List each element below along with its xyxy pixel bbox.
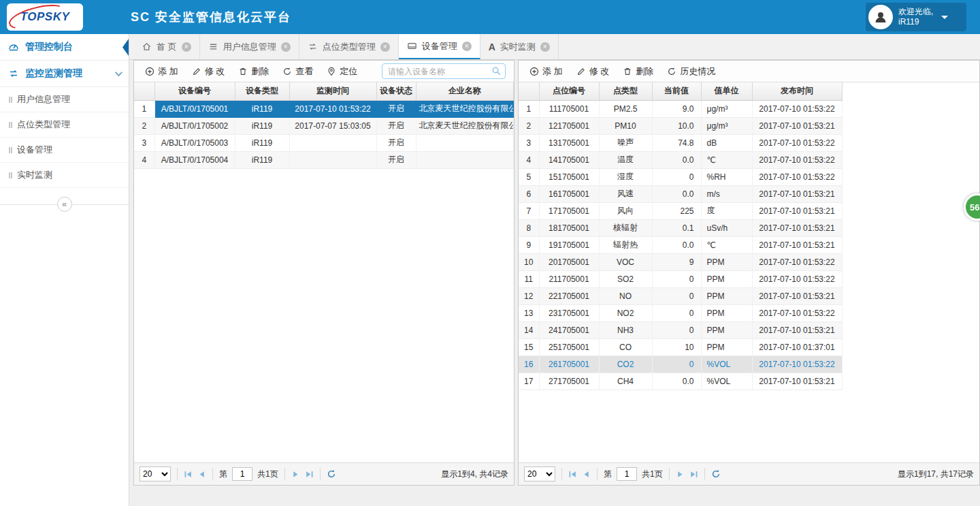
column-header[interactable]: 点位编号 bbox=[539, 82, 599, 100]
column-header[interactable]: 企业名称 bbox=[416, 82, 514, 100]
table-cell: 141705001 bbox=[539, 151, 599, 168]
table-cell: 2017-07-10 01:53:21 bbox=[752, 373, 842, 390]
column-header[interactable]: 发布时间 bbox=[752, 82, 842, 100]
sidebar-item-monitor-mgmt[interactable]: 监控监测管理 bbox=[0, 61, 129, 87]
table-row[interactable]: 11211705001SO20PPM2017-07-10 01:53:22 bbox=[519, 270, 842, 287]
page-input[interactable] bbox=[617, 467, 637, 481]
sidebar-item-dashboard[interactable]: 管理控制台 bbox=[0, 34, 129, 61]
table-row[interactable]: 4A/BJLT/0/1705004iR119开启 bbox=[134, 151, 514, 168]
table-row[interactable]: 2A/BJLT/0/1705002iR1192017-07-07 15:03:0… bbox=[134, 117, 514, 134]
first-page-button[interactable] bbox=[184, 470, 193, 479]
column-header[interactable]: 设备类型 bbox=[235, 82, 289, 100]
edit-button[interactable]: 修 改 bbox=[570, 61, 617, 82]
add-button[interactable]: 添 加 bbox=[523, 61, 570, 82]
sidebar-item-realtime[interactable]: 实时监测 bbox=[0, 163, 129, 188]
close-icon[interactable]: × bbox=[462, 42, 472, 51]
view-button[interactable]: 查看 bbox=[276, 61, 320, 82]
table-row[interactable]: 1A/BJLT/0/1705001iR1192017-07-10 01:53:2… bbox=[134, 100, 514, 117]
table-row[interactable]: 9191705001辐射热0.0℃2017-07-10 01:53:21 bbox=[519, 236, 842, 253]
page-size-select[interactable]: 20 bbox=[140, 467, 171, 481]
prev-page-button[interactable] bbox=[582, 470, 591, 479]
person-icon bbox=[873, 10, 888, 25]
first-page-button[interactable] bbox=[568, 470, 577, 479]
close-icon[interactable]: × bbox=[380, 42, 390, 52]
edit-button[interactable]: 修 改 bbox=[185, 61, 232, 82]
table-cell: NO2 bbox=[599, 304, 652, 321]
refresh-button[interactable] bbox=[327, 469, 336, 479]
delete-button[interactable]: 删除 bbox=[231, 61, 276, 82]
device-icon bbox=[407, 41, 417, 51]
locate-button[interactable]: 定位 bbox=[320, 61, 364, 82]
table-cell: CO bbox=[599, 338, 652, 355]
table-row[interactable]: 4141705001温度0.0℃2017-07-10 01:53:22 bbox=[519, 151, 842, 168]
page-size-select[interactable]: 20 bbox=[524, 467, 555, 481]
page-input[interactable] bbox=[232, 467, 252, 481]
table-cell: PPM bbox=[701, 253, 752, 270]
list-icon bbox=[208, 42, 218, 52]
column-header[interactable]: 值单位 bbox=[701, 82, 752, 100]
column-header[interactable]: 当前值 bbox=[652, 82, 701, 100]
column-header[interactable]: 点类型 bbox=[599, 82, 652, 100]
divider bbox=[597, 468, 598, 480]
table-row[interactable]: 1111705001PM2.59.0μg/m³2017-07-10 01:53:… bbox=[519, 100, 842, 117]
close-icon[interactable]: × bbox=[182, 42, 191, 52]
table-row[interactable]: 3131705001噪声74.8dB2017-07-10 01:53:22 bbox=[519, 134, 842, 151]
tab-home[interactable]: 首 页 × bbox=[133, 34, 200, 59]
last-page-button[interactable] bbox=[305, 470, 314, 479]
table-cell: 2017-07-10 01:53:22 bbox=[752, 304, 842, 321]
table-row[interactable]: 14241705001NH30PPM2017-07-10 01:53:21 bbox=[519, 321, 842, 338]
next-page-button[interactable] bbox=[676, 470, 685, 479]
table-cell: 湿度 bbox=[599, 168, 652, 185]
user-menu[interactable]: 欢迎光临, iR119 bbox=[866, 3, 966, 31]
search-input[interactable] bbox=[382, 63, 506, 79]
close-icon[interactable]: × bbox=[540, 42, 550, 52]
table-row[interactable]: 17271705001CH40.0%VOL2017-07-10 01:53:21 bbox=[519, 373, 842, 390]
table-cell: 2017-07-10 01:37:01 bbox=[752, 338, 842, 355]
sidebar-collapse-button[interactable]: « bbox=[57, 197, 72, 212]
sidebar-item-device-mgmt[interactable]: 设备管理 bbox=[0, 138, 129, 163]
table-row[interactable]: 16261705001CO20%VOL2017-07-10 01:53:22 bbox=[519, 355, 842, 373]
delete-button[interactable]: 删除 bbox=[616, 61, 660, 82]
row-number: 11 bbox=[519, 270, 539, 287]
plus-circle-icon bbox=[145, 67, 154, 76]
sidebar-item-user-info[interactable]: 用户信息管理 bbox=[0, 87, 129, 112]
table-row[interactable]: 10201705001VOC9PPM2017-07-10 01:53:22 bbox=[519, 253, 842, 270]
table-row[interactable]: 8181705001核辐射0.1uSv/h2017-07-10 01:53:21 bbox=[519, 219, 842, 236]
next-page-button[interactable] bbox=[291, 470, 300, 479]
table-cell: 度 bbox=[701, 202, 752, 219]
app-header: TOPSKY SC 安全监管信息化云平台 欢迎光临, iR119 bbox=[0, 0, 980, 34]
prev-page-button[interactable] bbox=[197, 470, 206, 479]
table-row[interactable]: 6161705001风速0.0m/s2017-07-10 01:53:21 bbox=[519, 185, 842, 202]
tab-point-type[interactable]: 点位类型管理 × bbox=[299, 34, 399, 59]
last-page-button[interactable] bbox=[689, 470, 698, 479]
tab-device-mgmt[interactable]: 设备管理 × bbox=[399, 34, 480, 59]
table-cell: ℃ bbox=[701, 236, 752, 253]
table-row[interactable]: 5151705001湿度0%RH2017-07-10 01:53:22 bbox=[519, 168, 842, 185]
table-row[interactable]: 7171705001风向225度2017-07-10 01:53:21 bbox=[519, 202, 842, 219]
refresh-button[interactable] bbox=[711, 469, 721, 479]
divider bbox=[177, 468, 178, 480]
close-icon[interactable]: × bbox=[281, 42, 291, 52]
tab-user-info[interactable]: 用户信息管理 × bbox=[200, 34, 299, 59]
table-cell: 0 bbox=[652, 321, 701, 338]
tab-realtime[interactable]: A 实时监测 × bbox=[480, 34, 559, 59]
map-pin-icon bbox=[327, 67, 336, 76]
table-row[interactable]: 13231705001NO20PPM2017-07-10 01:53:22 bbox=[519, 304, 842, 321]
history-button[interactable]: 历史情况 bbox=[660, 61, 722, 82]
table-cell: PPM bbox=[701, 287, 752, 304]
column-header[interactable]: 设备编号 bbox=[154, 82, 235, 100]
table-row[interactable]: 15251705001CO10PPM2017-07-10 01:37:01 bbox=[519, 338, 842, 355]
column-header[interactable]: 监测时间 bbox=[289, 82, 376, 100]
table-row[interactable]: 3A/BJLT/0/1705003iR119开启 bbox=[134, 134, 514, 151]
user-name: iR119 bbox=[898, 17, 933, 27]
sidebar-item-point-type[interactable]: 点位类型管理 bbox=[0, 112, 129, 138]
search-icon[interactable] bbox=[491, 66, 502, 76]
add-button[interactable]: 添 加 bbox=[138, 61, 185, 82]
table-cell: %RH bbox=[701, 168, 752, 185]
table-row[interactable]: 2121705001PM1010.0μg/m³2017-07-10 01:53:… bbox=[519, 117, 842, 134]
table-row[interactable]: 12221705001NO0PPM2017-07-10 01:53:21 bbox=[519, 287, 842, 304]
table-cell: 211705001 bbox=[539, 270, 599, 287]
column-header[interactable]: 设备状态 bbox=[376, 82, 416, 100]
table-cell: 开启 bbox=[376, 134, 416, 151]
monitor-table: 点位编号点类型当前值值单位发布时间 1111705001PM2.59.0μg/m… bbox=[519, 82, 843, 390]
